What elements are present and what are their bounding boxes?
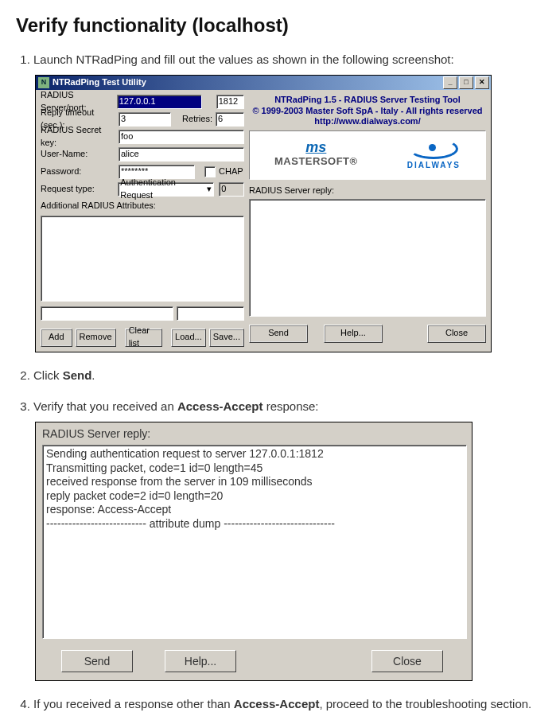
user-input[interactable]: alice [119,147,244,162]
logos-panel: ms MASTERSOFT® DIALWAYS [249,130,486,180]
close-button[interactable]: ✕ [475,76,489,89]
reqtype-label: Request type: [41,183,118,196]
load-button[interactable]: Load... [171,329,206,347]
add-button[interactable]: Add [41,329,72,347]
titlebar: N NTRadPing Test Utility _ □ ✕ [36,76,491,90]
close-window-button[interactable]: Close [427,325,486,343]
close-button-2[interactable]: Close [371,650,443,672]
reply-box [249,199,486,317]
chap-label: CHAP [219,165,243,178]
dialways-logo: DIALWAYS [407,138,461,172]
step-4: If you received a response other than Ac… [33,695,544,713]
clearlist-button[interactable]: Clear list [125,329,162,347]
server-input[interactable]: 127.0.0.1 [117,95,203,109]
timeout-input[interactable]: 3 [119,112,171,127]
attr-value-input[interactable] [177,306,244,321]
window-title: NTRadPing Test Utility [52,76,441,89]
port-input[interactable]: 1812 [216,95,244,109]
send-button-2[interactable]: Send [61,650,133,672]
reqtype-select[interactable]: Authentication Request▾ [118,182,214,197]
maximize-button[interactable]: □ [459,76,473,89]
attributes-list[interactable] [41,216,244,302]
help-button-2[interactable]: Help... [165,650,236,672]
help-button[interactable]: Help... [324,325,383,343]
retries-label: Retries: [171,113,216,126]
step-3: Verify that you received an Access-Accep… [33,398,544,681]
reply-title: RADIUS Server reply: [42,426,467,442]
minimize-button[interactable]: _ [443,76,457,89]
retries-input[interactable]: 6 [216,112,244,127]
reply-label: RADIUS Server reply: [249,185,486,197]
reply-window: RADIUS Server reply: Sending authenticat… [35,422,472,681]
addl-label: Additional RADIUS Attributes: [41,200,244,212]
step-1: Launch NTRadPing and fill out the values… [33,51,544,352]
password-label: Password: [41,165,119,178]
save-button[interactable]: Save... [209,329,244,347]
chap-checkbox[interactable] [204,166,216,177]
secret-label: RADIUS Secret key: [41,124,119,150]
send-button[interactable]: Send [249,325,308,343]
about-text: NTRadPing 1.5 - RADIUS Server Testing To… [249,95,486,127]
page-heading: Verify functionality (localhost) [16,14,544,37]
mastersoft-logo: ms MASTERSOFT® [274,141,358,169]
attr-name-input[interactable] [41,306,173,321]
remove-button[interactable]: Remove [76,329,116,347]
ntradping-window: N NTRadPing Test Utility _ □ ✕ RADIUS Se… [35,75,492,352]
eye-icon [409,138,458,159]
step-2: Click Send. [33,367,544,384]
user-label: User-Name: [41,148,119,161]
secret-input[interactable]: foo [119,130,244,144]
reqnum-input: 0 [219,182,244,197]
chevron-down-icon: ▾ [207,183,212,196]
reply-text: Sending authentication request to server… [42,445,467,639]
app-icon: N [38,77,49,88]
